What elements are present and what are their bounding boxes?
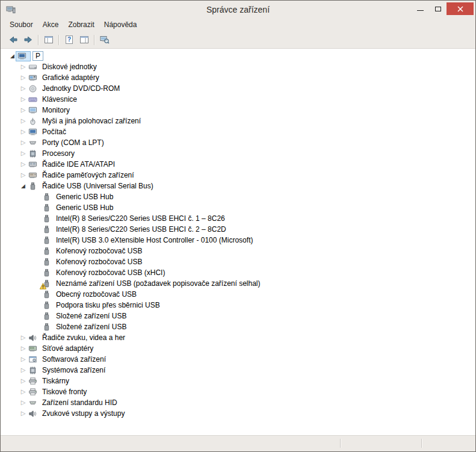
expand-arrow[interactable]: ▷ <box>19 126 28 137</box>
expand-arrow[interactable]: ▷ <box>19 170 28 181</box>
tree-item[interactable]: Obecný rozbočovač USB <box>1 289 475 300</box>
tree-item[interactable]: ▷Počítač <box>1 126 475 137</box>
device-manager-icon <box>6 5 16 14</box>
tree-item-label: Intel(R) 8 Series/C220 Series USB EHCI č… <box>54 224 228 234</box>
tree-item-label: Neznámé zařízení USB (požadavek popisova… <box>54 279 262 288</box>
tree-item[interactable]: Intel(R) 8 Series/C220 Series USB EHCI č… <box>1 213 475 224</box>
back-button[interactable] <box>5 33 20 47</box>
tree-item[interactable]: Kořenový rozbočovač USB <box>1 256 475 267</box>
tree-item[interactable]: Složené zařízení USB <box>1 321 475 332</box>
menu-akce[interactable]: Akce <box>38 19 64 30</box>
tree-item[interactable]: ▷Jednotky DVD/CD-ROM <box>1 83 475 94</box>
tree-item[interactable]: ◢Řadiče USB (Universal Serial Bus) <box>1 181 475 191</box>
tree-item-label: Klávesnice <box>40 94 79 104</box>
tree-item[interactable]: ▷Tiskárny <box>1 376 475 386</box>
expand-arrow[interactable]: ▷ <box>19 72 28 83</box>
expand-arrow[interactable]: ▷ <box>19 94 28 105</box>
tree-item[interactable]: ▷Diskové jednotky <box>1 61 475 72</box>
expand-arrow[interactable]: ▷ <box>19 148 28 159</box>
tree-item[interactable]: Neznámé zařízení USB (požadavek popisova… <box>1 278 475 289</box>
expand-arrow[interactable]: ▷ <box>19 376 28 386</box>
menu-zobrazit[interactable]: Zobrazit <box>63 19 99 30</box>
mouse-icon <box>28 117 38 126</box>
expand-arrow[interactable]: ▷ <box>19 386 28 397</box>
tree-item[interactable]: Intel(R) USB 3.0 eXtensible Host Control… <box>1 235 475 246</box>
tree-item-label: Řadiče zvuku, videa a her <box>40 333 127 342</box>
tree-item[interactable]: ◢P <box>1 51 475 61</box>
usb-device-icon <box>42 203 52 212</box>
usb-device-icon <box>42 214 52 223</box>
disk-drive-icon <box>28 63 38 72</box>
menu-napoveda[interactable]: Nápověda <box>99 19 142 30</box>
tree-item[interactable]: Generic USB Hub <box>1 191 475 202</box>
tree-item[interactable]: ▷Monitory <box>1 105 475 116</box>
tree-item-label: Počítač <box>40 127 68 137</box>
tree-item[interactable]: Kořenový rozbočovač USB <box>1 246 475 256</box>
expand-arrow[interactable]: ◢ <box>19 181 28 191</box>
tree-item[interactable]: ▷Procesory <box>1 148 475 159</box>
tree-item[interactable]: ▷Myši a jiná polohovací zařízení <box>1 116 475 126</box>
expand-arrow[interactable]: ▷ <box>19 159 28 170</box>
tree-item[interactable]: Intel(R) 8 Series/C220 Series USB EHCI č… <box>1 224 475 235</box>
expand-arrow[interactable]: ▷ <box>19 365 28 376</box>
tree-item[interactable]: ▷Porty (COM a LPT) <box>1 137 475 148</box>
close-button[interactable] <box>447 2 474 15</box>
expand-arrow[interactable]: ▷ <box>19 137 28 148</box>
usb-device-icon <box>42 258 52 267</box>
tree-item-label: Kořenový rozbočovač USB <box>54 257 144 267</box>
console-tree-button[interactable] <box>41 33 56 47</box>
tree-item[interactable]: Kořenový rozbočovač USB (xHCI) <box>1 267 475 278</box>
usb-device-icon <box>42 290 52 299</box>
usb-device-icon <box>42 312 52 321</box>
tree-item[interactable]: Generic USB Hub <box>1 202 475 213</box>
usb-device-icon <box>42 193 52 202</box>
tree-item-label: Složené zařízení USB <box>54 311 128 321</box>
tree-item[interactable]: ▷Řadiče zvuku, videa a her <box>1 332 475 343</box>
scan-hardware-button[interactable] <box>97 33 112 47</box>
tree-item[interactable]: ▷Síťové adaptéry <box>1 343 475 354</box>
action-pane-icon <box>79 35 89 45</box>
expand-arrow[interactable]: ▷ <box>19 61 28 72</box>
menu-soubor[interactable]: Soubor <box>5 19 38 30</box>
tree-item-label: Síťové adaptéry <box>40 344 95 353</box>
help-button[interactable]: ? <box>61 33 76 47</box>
expand-arrow[interactable]: ▷ <box>19 408 28 419</box>
tree-item[interactable]: ▷Tiskové fronty <box>1 386 475 397</box>
maximize-icon <box>435 7 441 11</box>
tree-item-label: Softwarová zařízení <box>40 354 108 364</box>
svg-text:?: ? <box>67 36 70 43</box>
display-adapter-icon <box>28 73 38 82</box>
expand-arrow[interactable]: ▷ <box>19 343 28 354</box>
warning-overlay-icon <box>40 283 46 289</box>
status-bar <box>1 435 475 451</box>
tree-item-label: Obecný rozbočovač USB <box>54 289 138 299</box>
tree-item[interactable]: ▷Řadiče paměťových zařízení <box>1 170 475 181</box>
tree-item-label: Zvukové vstupy a výstupy <box>40 409 126 418</box>
usb-device-icon <box>42 279 52 288</box>
help-icon: ? <box>64 35 74 45</box>
expand-arrow[interactable]: ▷ <box>19 354 28 365</box>
tree-item[interactable]: Podpora tisku přes sběrnici USB <box>1 300 475 311</box>
tree-item[interactable]: ▷Zvukové vstupy a výstupy <box>1 408 475 419</box>
expand-arrow[interactable]: ▷ <box>19 397 28 408</box>
tree-item[interactable]: ▷Zařízení standardu HID <box>1 397 475 408</box>
expand-arrow[interactable]: ▷ <box>19 83 28 94</box>
minimize-button[interactable] <box>412 2 429 15</box>
tree-item[interactable]: ▷Systémová zařízení <box>1 365 475 376</box>
expand-arrow[interactable]: ▷ <box>19 116 28 126</box>
tree-item[interactable]: Složené zařízení USB <box>1 311 475 321</box>
tree-item[interactable]: ▷Klávesnice <box>1 94 475 105</box>
forward-button[interactable] <box>20 33 36 47</box>
usb-device-icon <box>42 301 52 310</box>
expand-arrow[interactable]: ▷ <box>19 105 28 116</box>
action-pane-button[interactable] <box>76 33 91 47</box>
tree-item[interactable]: ▷Softwarová zařízení <box>1 354 475 365</box>
tree-item[interactable]: ▷Grafické adaptéry <box>1 72 475 83</box>
scan-hardware-icon <box>100 35 110 45</box>
maximize-button[interactable] <box>429 2 447 15</box>
tree-item-label: Tiskové fronty <box>40 387 88 397</box>
tree-item[interactable]: ▷Řadiče IDE ATA/ATAPI <box>1 159 475 170</box>
tree-item-label: Tiskárny <box>40 376 71 386</box>
expand-arrow[interactable]: ▷ <box>19 332 28 343</box>
tree-item-label: Grafické adaptéry <box>40 73 101 82</box>
